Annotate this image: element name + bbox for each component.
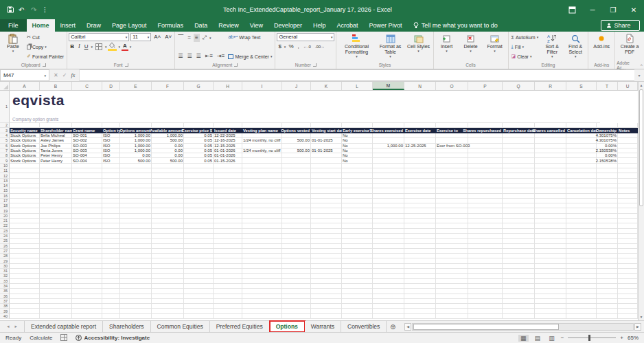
cell[interactable] — [282, 264, 311, 269]
cell[interactable] — [152, 188, 184, 193]
cell[interactable] — [72, 269, 102, 274]
cell[interactable] — [566, 223, 597, 228]
cell[interactable] — [184, 284, 214, 289]
cell[interactable]: 0.05 — [184, 158, 214, 163]
cell[interactable] — [311, 289, 342, 294]
cell[interactable] — [566, 249, 597, 254]
cell[interactable]: 01-15-2026 — [214, 158, 242, 163]
cell[interactable] — [40, 279, 72, 284]
cell[interactable] — [152, 239, 184, 243]
cell[interactable] — [373, 314, 404, 319]
cell[interactable] — [40, 269, 72, 274]
cell[interactable] — [535, 138, 566, 143]
cell[interactable] — [102, 258, 120, 263]
scroll-up-icon[interactable]: ▲ — [639, 82, 644, 89]
cell[interactable] — [10, 294, 40, 299]
cell[interactable] — [102, 199, 120, 203]
cell[interactable] — [10, 284, 40, 289]
cell[interactable] — [311, 254, 342, 258]
column-header-H[interactable]: H — [214, 82, 242, 90]
cell[interactable] — [311, 274, 342, 278]
cell[interactable] — [152, 314, 184, 319]
cell[interactable] — [503, 234, 535, 239]
cell[interactable] — [282, 309, 311, 313]
cell[interactable] — [436, 249, 468, 254]
cell[interactable] — [535, 158, 566, 163]
cell[interactable] — [618, 208, 638, 213]
column-header-C[interactable]: C — [72, 82, 102, 90]
cell[interactable] — [102, 123, 120, 128]
cell[interactable]: Peter Henry — [40, 158, 72, 163]
cell[interactable] — [597, 299, 618, 304]
cell[interactable] — [342, 219, 373, 223]
cell[interactable] — [282, 144, 311, 148]
cell[interactable]: No — [342, 153, 373, 158]
cell[interactable] — [10, 258, 40, 263]
cell[interactable] — [152, 279, 184, 284]
cell[interactable] — [242, 229, 282, 234]
cell[interactable]: Stock Options — [10, 144, 40, 148]
cell[interactable] — [10, 173, 40, 178]
cell[interactable] — [72, 229, 102, 234]
cell[interactable] — [311, 299, 342, 304]
cell[interactable] — [120, 309, 152, 313]
cell[interactable] — [468, 148, 503, 153]
cell[interactable] — [436, 274, 468, 278]
cell[interactable] — [40, 123, 72, 128]
cell[interactable] — [503, 148, 535, 153]
cell[interactable]: 0.05 — [184, 133, 214, 138]
cell[interactable] — [468, 138, 503, 143]
table-header-20[interactable]: Ownership — [597, 128, 618, 133]
cell[interactable] — [242, 184, 282, 188]
cell[interactable] — [242, 173, 282, 178]
cell[interactable] — [311, 284, 342, 289]
cell[interactable] — [184, 123, 214, 128]
cell[interactable] — [436, 284, 468, 289]
cell[interactable] — [72, 294, 102, 299]
cell[interactable] — [503, 314, 535, 319]
cell[interactable] — [342, 264, 373, 269]
undo-icon[interactable]: ↶▾ — [19, 6, 26, 14]
cell[interactable] — [618, 229, 638, 234]
cell[interactable] — [404, 168, 436, 173]
cell[interactable] — [282, 229, 311, 234]
cell[interactable] — [72, 258, 102, 263]
fill-color-button[interactable] — [108, 43, 117, 51]
cell[interactable] — [535, 279, 566, 284]
cell[interactable] — [373, 214, 404, 219]
row-header-36[interactable]: 36 — [0, 294, 10, 299]
accounting-format-button[interactable]: $ — [277, 43, 282, 51]
cell[interactable] — [10, 203, 40, 208]
cell[interactable] — [282, 223, 311, 228]
cell[interactable] — [152, 214, 184, 219]
cell[interactable] — [436, 138, 468, 143]
cell[interactable]: ISO — [102, 158, 120, 163]
cell[interactable] — [342, 279, 373, 284]
sheet-tab-common-equities[interactable]: Common Equities — [151, 321, 210, 332]
cell[interactable] — [282, 123, 311, 128]
cell[interactable] — [184, 279, 214, 284]
cell[interactable] — [468, 203, 503, 208]
cell[interactable] — [597, 184, 618, 188]
cell[interactable] — [468, 284, 503, 289]
cell[interactable] — [282, 274, 311, 278]
cell[interactable]: Stock Options — [10, 153, 40, 158]
cell[interactable] — [618, 203, 638, 208]
cell[interactable] — [468, 223, 503, 228]
cell[interactable] — [72, 188, 102, 193]
cell[interactable] — [120, 214, 152, 219]
cell[interactable] — [102, 219, 120, 223]
cell[interactable] — [311, 133, 342, 138]
table-header-14[interactable]: Exercise date — [404, 128, 436, 133]
cell[interactable] — [40, 299, 72, 304]
cell[interactable] — [120, 258, 152, 263]
cell[interactable] — [373, 299, 404, 304]
cell[interactable] — [468, 188, 503, 193]
cell[interactable] — [597, 274, 618, 278]
cell[interactable] — [373, 279, 404, 284]
number-format-combo[interactable]: General▾ — [277, 33, 334, 41]
table-header-1[interactable]: Security name — [10, 128, 40, 133]
cell[interactable] — [184, 173, 214, 178]
sheet-tab-options[interactable]: Options — [270, 321, 305, 332]
cell[interactable] — [311, 208, 342, 213]
